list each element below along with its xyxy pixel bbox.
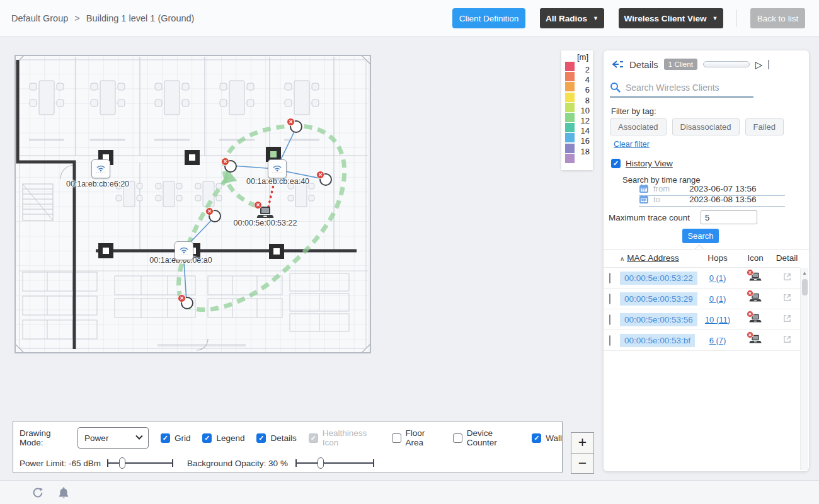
error-badge-icon: ✕: [287, 118, 295, 126]
play-icon[interactable]: ▷: [755, 60, 763, 69]
client-table: 00:00:5e:00:53:22 0 (1) ✕ 00:00:5e:00:53…: [604, 268, 800, 351]
calendar-icon[interactable]: [639, 195, 649, 204]
legend-tick: 2: [575, 66, 590, 74]
checkbox-device-counter[interactable]: Device Counter: [453, 428, 520, 447]
open-detail-icon[interactable]: [782, 272, 792, 282]
bg-opacity-slider-thumb[interactable]: [318, 457, 324, 469]
max-trace-count-input[interactable]: [701, 210, 757, 224]
checkbox-wall[interactable]: Wall: [532, 433, 562, 443]
all-radios-dropdown[interactable]: All Radios ▼: [540, 8, 604, 28]
legend-swatch: [565, 123, 575, 132]
zoom-in-button[interactable]: +: [571, 433, 593, 453]
history-view-label: History View: [626, 159, 673, 168]
client-mac[interactable]: 00:00:5e:00:53:29: [620, 292, 697, 306]
hops-link[interactable]: 0 (1): [709, 294, 726, 304]
table-scrollbar[interactable]: ▲: [800, 268, 808, 470]
view-mode-dropdown[interactable]: Wireless Client View ▼: [619, 8, 723, 28]
filter-chip-failed[interactable]: Failed: [745, 118, 784, 135]
client-marker[interactable]: ✕: [319, 173, 332, 186]
breadcrumb-separator: >: [74, 13, 79, 23]
filter-chip-associated[interactable]: Associated: [610, 118, 667, 135]
hops-link[interactable]: 0 (1): [709, 273, 726, 283]
scroll-up-icon[interactable]: ▲: [802, 268, 807, 276]
floor-area-checkbox[interactable]: [392, 433, 401, 443]
ap-marker[interactable]: ·····: [91, 159, 110, 178]
filter-chip-disassociated[interactable]: Disassociated: [672, 118, 740, 135]
row-checkbox[interactable]: [609, 273, 610, 284]
table-row: 00:00:5e:00:53:bf 6 (7) ✕: [604, 330, 800, 351]
legend-swatch: [565, 144, 575, 153]
search-wireless-clients-input[interactable]: [626, 83, 745, 93]
from-value[interactable]: 2023-06-07 13:56: [689, 184, 757, 193]
search-row: [610, 82, 753, 98]
back-to-list-button[interactable]: Back to list: [750, 8, 805, 28]
healthiness-checkbox: [309, 433, 318, 443]
legend-checkbox[interactable]: [202, 433, 212, 443]
client-mac[interactable]: 00:00:5e:00:53:56: [620, 313, 697, 326]
drawing-mode-label: Drawing Mode:: [20, 428, 72, 447]
client-mac[interactable]: 00:00:5e:00:53:22: [620, 272, 697, 285]
top-bar: Default Group > Building 1 level 1 (Grou…: [0, 0, 819, 37]
grid-checkbox[interactable]: [161, 433, 170, 443]
ap-marker[interactable]: ·····: [175, 241, 193, 260]
calendar-icon[interactable]: [639, 184, 649, 193]
client-marker[interactable]: ✕: [290, 120, 302, 133]
checkbox-legend[interactable]: Legend: [202, 433, 244, 443]
checkbox-grid[interactable]: Grid: [161, 433, 191, 443]
power-limit-slider[interactable]: [107, 457, 173, 469]
client-mac[interactable]: 00:00:5e:00:53:bf: [620, 334, 695, 347]
row-checkbox[interactable]: [609, 335, 610, 346]
details-panel: Details 1 Client ▷ Filter by tag: Associ…: [604, 50, 809, 471]
client-marker[interactable]: ✕: [181, 297, 193, 309]
laptop-marker[interactable]: ✕: [256, 206, 274, 219]
client-laptop-icon[interactable]: ✕: [749, 335, 762, 344]
playback-timeline-slider[interactable]: [703, 61, 750, 67]
ap-marker[interactable]: ·····: [268, 159, 287, 178]
client-laptop-icon[interactable]: ✕: [749, 314, 762, 323]
power-limit-slider-thumb[interactable]: [119, 457, 125, 469]
client-laptop-icon[interactable]: ✕: [749, 293, 762, 302]
hops-link[interactable]: 6 (7): [709, 336, 726, 345]
collapse-panel-icon[interactable]: [611, 59, 624, 69]
detail-header: Detail: [774, 253, 800, 263]
bell-icon[interactable]: [58, 486, 69, 499]
scrollbar-thumb[interactable]: [802, 279, 808, 295]
client-laptop-icon[interactable]: ✕: [749, 272, 762, 282]
error-badge-icon: ✕: [747, 290, 753, 297]
legend-tick: 6: [575, 86, 590, 94]
icon-header: Icon: [737, 253, 774, 263]
clear-filter-link[interactable]: Clear filter: [614, 140, 650, 149]
wall-checkbox[interactable]: [532, 433, 541, 443]
open-detail-icon[interactable]: [782, 293, 792, 302]
client-marker[interactable]: ✕: [224, 160, 237, 173]
row-checkbox[interactable]: [609, 314, 610, 325]
checkbox-floor-area[interactable]: Floor Area: [392, 428, 441, 447]
to-value[interactable]: 2023-06-08 13:56: [689, 195, 757, 204]
zoom-out-button[interactable]: −: [571, 454, 593, 474]
mac-address-header[interactable]: ∧MAC Address: [620, 253, 698, 263]
search-icon: [610, 82, 621, 93]
drawing-mode-select[interactable]: Power: [77, 427, 149, 449]
error-badge-icon: ✕: [254, 201, 262, 209]
checkbox-details[interactable]: Details: [256, 433, 296, 443]
sort-asc-icon: ∧: [620, 255, 624, 262]
floor-plan-canvas[interactable]: [0, 38, 598, 479]
legend-tick: 16: [575, 137, 590, 145]
open-detail-icon[interactable]: [782, 314, 792, 323]
search-button[interactable]: Search: [682, 229, 719, 243]
breadcrumb-group[interactable]: Default Group: [11, 13, 68, 23]
client-marker[interactable]: ✕: [209, 210, 221, 222]
hops-link[interactable]: 10 (11): [705, 315, 730, 324]
row-checkbox[interactable]: [609, 294, 610, 304]
error-badge-icon: ✕: [221, 158, 229, 166]
client-definition-button[interactable]: Client Definition: [452, 8, 525, 28]
details-checkbox[interactable]: [256, 433, 266, 443]
legend-tick: 14: [575, 127, 590, 135]
refresh-icon[interactable]: [32, 486, 44, 499]
device-counter-checkbox[interactable]: [453, 433, 462, 443]
bg-opacity-slider[interactable]: [295, 457, 374, 469]
history-view-checkbox[interactable]: [611, 159, 621, 168]
history-view-toggle[interactable]: History View: [611, 159, 673, 168]
legend-tick: 18: [575, 147, 590, 156]
open-detail-icon[interactable]: [782, 335, 792, 344]
